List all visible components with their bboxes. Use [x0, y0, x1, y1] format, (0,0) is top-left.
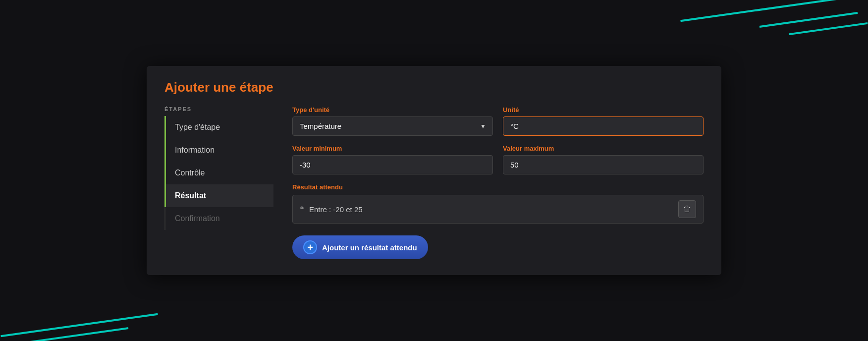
sidebar-item-resultat[interactable]: Résultat	[164, 184, 273, 207]
type-unite-select[interactable]: Température Pression Humidité	[292, 116, 493, 136]
resultat-item-text: Entre : -20 et 25	[309, 205, 363, 214]
sidebar-items: Type d'étape Information Contrôle Résult…	[164, 116, 273, 230]
add-resultat-button[interactable]: + Ajouter un résultat attendu	[292, 235, 428, 259]
plus-icon: +	[307, 242, 313, 253]
sidebar-item-controle[interactable]: Contrôle	[164, 162, 273, 184]
row-unite: Type d'unité Température Pression Humidi…	[292, 106, 704, 136]
type-unite-select-wrapper: Température Pression Humidité ▼	[292, 116, 493, 136]
modal-body: ÉTAPES Type d'étape Information Contrôle…	[164, 106, 704, 259]
add-button-wrapper: + Ajouter un résultat attendu	[292, 235, 704, 259]
sidebar-item-information[interactable]: Information	[164, 139, 273, 162]
type-unite-label: Type d'unité	[292, 106, 493, 114]
sidebar: ÉTAPES Type d'étape Information Contrôle…	[164, 106, 278, 259]
sidebar-item-label: Contrôle	[175, 169, 205, 177]
valeur-max-input[interactable]	[503, 155, 704, 174]
unite-input[interactable]	[503, 116, 704, 136]
modal-title: Ajouter une étape	[164, 80, 704, 95]
add-button-label: Ajouter un résultat attendu	[322, 243, 417, 252]
trash-icon: 🗑	[683, 205, 691, 214]
resultat-attendu-header: Résultat attendu	[292, 183, 704, 191]
teal-decoration-3	[789, 22, 868, 35]
field-group-type-unite: Type d'unité Température Pression Humidi…	[292, 106, 493, 136]
valeur-min-label: Valeur minimum	[292, 145, 493, 152]
resultat-attendu-section: Résultat attendu ❝ Entre : -20 et 25 🗑	[292, 183, 704, 224]
resultat-item-left: ❝ Entre : -20 et 25	[300, 205, 363, 214]
quote-icon: ❝	[300, 205, 304, 214]
field-group-valeur-min: Valeur minimum	[292, 145, 493, 174]
unite-label: Unité	[503, 106, 704, 114]
delete-resultat-button[interactable]: 🗑	[678, 200, 696, 218]
sidebar-item-confirmation[interactable]: Confirmation	[164, 207, 273, 230]
sidebar-item-label: Information	[175, 146, 215, 154]
sidebar-item-label: Résultat	[175, 191, 206, 200]
sidebar-item-type-etape[interactable]: Type d'étape	[164, 116, 273, 139]
valeur-min-input[interactable]	[292, 155, 493, 174]
sidebar-item-label: Type d'étape	[175, 123, 220, 131]
modal: Ajouter une étape ÉTAPES Type d'étape In…	[147, 66, 721, 275]
row-valeurs: Valeur minimum Valeur maximum	[292, 145, 704, 174]
content-area: Type d'unité Température Pression Humidi…	[278, 106, 704, 259]
valeur-max-label: Valeur maximum	[503, 145, 704, 152]
resultat-item: ❝ Entre : -20 et 25 🗑	[292, 195, 704, 224]
outer-wrapper: Ajouter une étape ÉTAPES Type d'étape In…	[0, 0, 868, 341]
field-group-unite: Unité	[503, 106, 704, 136]
sidebar-section-label: ÉTAPES	[164, 106, 273, 112]
sidebar-item-label: Confirmation	[175, 214, 220, 223]
field-group-valeur-max: Valeur maximum	[503, 145, 704, 174]
plus-circle-icon: +	[303, 240, 317, 254]
